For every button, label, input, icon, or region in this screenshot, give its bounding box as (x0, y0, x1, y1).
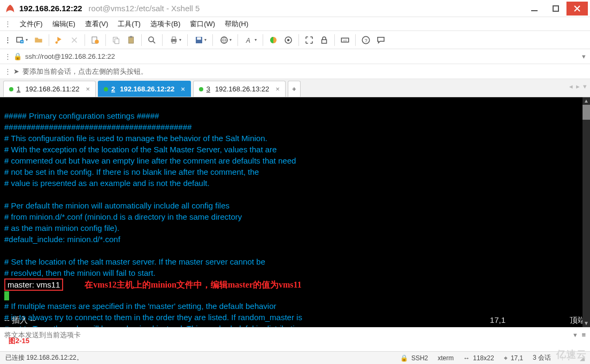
term-line: # If multiple masters are specified in t… (4, 301, 276, 311)
terminal-scrollbar[interactable]: ▲ ▼ (583, 97, 590, 327)
arrow-icon[interactable]: ➤ (13, 67, 19, 75)
separator (85, 34, 85, 46)
lock-button[interactable] (317, 33, 331, 47)
term-line: #default_include: minion.d/*.conf (4, 235, 120, 244)
status-term: xterm (438, 354, 454, 362)
vim-position: 17,1 (490, 315, 505, 325)
tab-close-icon[interactable]: × (275, 85, 280, 93)
menu-icon[interactable]: ≡ (581, 331, 586, 339)
disconnect-button[interactable] (67, 33, 81, 47)
status-proto: SSH2 (411, 354, 428, 362)
fullscreen-button[interactable] (302, 33, 316, 47)
separator (355, 34, 356, 46)
term-line: # commented out but have an empty line a… (4, 156, 296, 165)
svg-rect-16 (197, 37, 201, 40)
session-tab-3[interactable]: 3 192.168.26.13:22 × (193, 81, 286, 97)
tab-label: 192.168.26.11:22 (25, 85, 79, 93)
session-tab-1[interactable]: 1 192.168.26.11:22 × (3, 81, 96, 97)
svg-point-6 (95, 40, 99, 44)
close-button[interactable] (566, 2, 588, 16)
minimize-button[interactable] (524, 2, 545, 16)
svg-text:?: ? (365, 37, 367, 43)
tab-list-icon[interactable]: ▾ (583, 82, 587, 90)
chevron-down-icon[interactable]: ▾ (573, 331, 577, 339)
svg-rect-0 (531, 10, 538, 11)
new-tab-button[interactable]: + (288, 81, 301, 97)
titlebar: 192.168.26.12:22 root@vms12:/etc/salt - … (0, 0, 590, 17)
term-line: ##### Primary configuration settings ###… (4, 111, 159, 120)
separator (105, 34, 106, 46)
separator (49, 34, 49, 46)
size-icon: ↔ (463, 354, 470, 362)
copy-button[interactable] (109, 33, 123, 47)
lock-icon: 🔒 (13, 52, 22, 60)
maximize-button[interactable] (545, 2, 566, 16)
term-line: # from minion.d/*.conf (minion.d is a di… (4, 212, 242, 221)
tab-close-icon[interactable]: × (181, 85, 185, 93)
svg-point-11 (149, 37, 154, 42)
hint-bar: ⋮ ➤ 要添加当前会话，点击左侧的箭头按钮。 (0, 64, 590, 79)
lock-icon: 🔒 (400, 354, 408, 362)
save-button[interactable]: ▾ (191, 33, 209, 47)
terminal[interactable]: ##### Primary configuration settings ###… (0, 97, 590, 327)
tab-number: 1 (17, 85, 20, 93)
scroll-down-icon[interactable]: ▼ (583, 320, 590, 327)
menu-file[interactable]: 文件(F) (16, 18, 47, 30)
paste-button[interactable] (124, 33, 138, 47)
chat-button[interactable] (374, 33, 388, 47)
font-button[interactable]: A▾ (241, 33, 259, 47)
address-bar: ⋮ 🔒 ssh://root@192.168.26.12:22 ▾ (0, 49, 590, 64)
reconnect-button[interactable] (52, 33, 66, 47)
new-session-button[interactable]: ▾ (12, 33, 30, 47)
menu-help[interactable]: 帮助(H) (220, 18, 252, 30)
tab-number: 2 (111, 85, 115, 93)
find-button[interactable] (145, 33, 159, 47)
highlight-button[interactable] (281, 33, 295, 47)
term-line: # With the exception of the location of … (4, 145, 277, 154)
status-sessions: 3 会话 (533, 353, 551, 362)
session-tab-2[interactable]: 2 192.168.26.12:22 × (98, 81, 191, 97)
svg-rect-13 (172, 37, 175, 40)
tab-close-icon[interactable]: × (86, 85, 90, 93)
menu-view[interactable]: 查看(V) (81, 18, 112, 30)
encoding-button[interactable]: ▾ (216, 33, 234, 47)
svg-rect-14 (172, 41, 175, 43)
grip-icon: ⋮ (4, 67, 11, 75)
send-text-input[interactable] (4, 331, 573, 339)
title-path: root@vms12:/etc/salt - Xshell 5 (89, 4, 200, 13)
svg-rect-1 (553, 6, 558, 11)
svg-text:A: A (246, 36, 250, 44)
menu-window[interactable]: 窗口(W) (186, 18, 219, 30)
vim-status-line: -- 插入 -- 17,1 顶端 (4, 315, 586, 325)
menu-edit[interactable]: 编辑(E) (48, 18, 80, 30)
send-text-bar: ▾ ≡ (0, 327, 590, 342)
help-button[interactable]: ? (359, 33, 373, 47)
properties-button[interactable] (88, 33, 102, 47)
app-icon (4, 3, 16, 14)
scroll-up-icon[interactable]: ▲ (583, 97, 590, 105)
tab-strip: 1 192.168.26.11:22 × 2 192.168.26.12:22 … (0, 79, 590, 97)
separator (141, 34, 142, 46)
tab-next-icon[interactable]: ▸ (576, 82, 580, 90)
print-button[interactable]: ▾ (166, 33, 184, 47)
scroll-thumb[interactable] (583, 105, 590, 120)
grip-icon: ⋮ (4, 52, 11, 60)
open-button[interactable] (32, 33, 45, 47)
color-button[interactable] (266, 33, 280, 47)
tab-prev-icon[interactable]: ◂ (569, 82, 573, 90)
cursor (4, 291, 9, 300)
vim-mode: -- 插入 -- (4, 315, 35, 325)
chevron-down-icon[interactable]: ▾ (582, 52, 586, 60)
keyboard-button[interactable] (338, 33, 352, 47)
status-pos: 17,1 (511, 354, 523, 362)
watermark: 亿速云 (556, 348, 587, 361)
term-line: # not be set in the config. If there is … (4, 167, 259, 176)
status-bar: 已连接 192.168.26.12:22。 🔒SSH2 xterm ↔118x2… (0, 351, 590, 364)
menu-tabs[interactable]: 选项卡(B) (146, 18, 185, 30)
svg-rect-23 (341, 38, 349, 42)
tab-label: 192.168.26.13:22 (215, 85, 269, 93)
hint-text: 要添加当前会话，点击左侧的箭头按钮。 (22, 67, 148, 76)
address-url[interactable]: ssh://root@192.168.26.12:22 (25, 52, 582, 60)
status-connection: 已连接 192.168.26.12:22。 (5, 353, 83, 362)
menu-tools[interactable]: 工具(T) (113, 18, 145, 30)
